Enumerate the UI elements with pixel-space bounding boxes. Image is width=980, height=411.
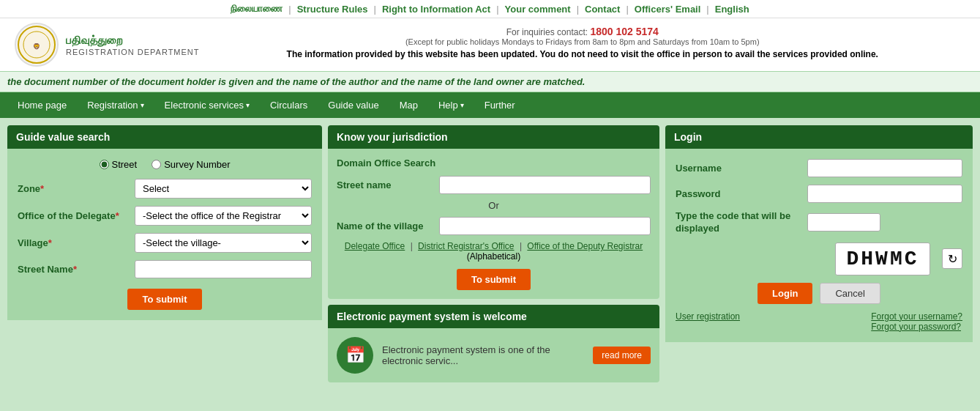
payment-description: Electronic payment system is one of the …	[382, 344, 584, 366]
domain-search-label: Domain Office Search	[337, 158, 651, 169]
nav-english[interactable]: English	[715, 4, 749, 15]
guide-value-card: Guide value search Street Survey Number …	[7, 125, 322, 382]
village-label: Village*	[18, 237, 135, 248]
password-label: Password	[676, 188, 807, 199]
site-notice: The information provided by this website…	[200, 49, 965, 59]
guide-value-body: Street Survey Number Zone* Select Office…	[7, 149, 322, 320]
jurisdiction-card: Know your jurisdiction Domain Office Sea…	[328, 125, 659, 299]
street-name-input[interactable]	[135, 260, 312, 278]
nav-circulars[interactable]: Circulars	[260, 92, 318, 118]
radio-street[interactable]	[100, 160, 109, 169]
logo-emblem: 🦁	[15, 23, 59, 67]
submit-btn-container: To submit	[18, 289, 312, 310]
sep4: |	[577, 4, 579, 15]
sep2: |	[374, 4, 376, 15]
delegate-row: Office of the Delegate* -Select the offi…	[18, 206, 312, 226]
nav-home[interactable]: Home page	[7, 92, 77, 118]
zone-select[interactable]: Select	[135, 179, 312, 199]
jur-village-label: Name of the village	[337, 221, 439, 232]
delegate-office-link[interactable]: Delegate Office	[345, 241, 405, 251]
zone-row: Zone* Select	[18, 179, 312, 199]
header-info: For inquiries contact: 1800 102 5174 (Ex…	[200, 23, 965, 59]
nav-further[interactable]: Further	[474, 92, 525, 118]
village-select[interactable]: -Select the village-	[135, 233, 312, 253]
login-buttons: Login Cancel	[676, 283, 962, 304]
sep3: |	[496, 4, 498, 15]
nav-rti[interactable]: Right to Information Act	[382, 4, 490, 15]
login-header: Login	[665, 125, 973, 149]
chevron-down-icon: ▾	[246, 101, 250, 109]
refresh-captcha-button[interactable]: ↻	[942, 248, 962, 269]
required-marker: *	[40, 183, 44, 194]
forgot-username-link[interactable]: Forgot your username?	[871, 311, 962, 322]
district-registrar-link[interactable]: District Registrar's Office	[418, 241, 514, 251]
jur-street-label: Street name	[337, 179, 439, 190]
nav-guide-value[interactable]: Guide value	[318, 92, 389, 118]
user-registration-link[interactable]: User registration	[676, 311, 740, 332]
guide-submit-button[interactable]: To submit	[127, 289, 201, 310]
captcha-label: Type the code that will be displayed	[676, 210, 807, 235]
main-content: Guide value search Street Survey Number …	[0, 118, 980, 390]
inquiry-label: For inquiries contact:	[506, 27, 588, 37]
nav-registration[interactable]: Registration ▾	[77, 92, 154, 118]
logo-title: பதிவுத்துறை	[66, 33, 200, 48]
jur-submit-container: To submit	[337, 269, 651, 290]
login-body: Username Password Type the code that wil…	[665, 149, 973, 342]
delegate-select[interactable]: -Select the office of the Registrar	[135, 206, 312, 226]
jur-village-input[interactable]	[439, 217, 651, 235]
chevron-down-icon: ▾	[141, 101, 144, 109]
nav-structure-rules[interactable]: Structure Rules	[297, 4, 368, 15]
jur-street-input[interactable]	[439, 176, 651, 194]
read-more-button[interactable]: read more	[593, 347, 651, 364]
forgot-password-link[interactable]: Forgot your password?	[871, 322, 961, 332]
chevron-down-icon: ▾	[460, 101, 464, 109]
logo-subtitle: REGISTRATION DEPARTMENT	[66, 48, 200, 56]
jur-links: Delegate Office | District Registrar's O…	[337, 241, 651, 262]
office-hours: (Except for public holidays Mondays to F…	[200, 37, 965, 46]
or-divider: Or	[337, 200, 651, 211]
login-button[interactable]: Login	[758, 283, 812, 304]
jur-submit-button[interactable]: To submit	[457, 269, 531, 290]
nav-officers-email[interactable]: Officers' Email	[635, 4, 701, 15]
cancel-button[interactable]: Cancel	[820, 283, 880, 304]
username-label: Username	[676, 163, 807, 174]
username-input[interactable]	[807, 159, 962, 177]
scrolling-banner: the document number of the document hold…	[0, 71, 980, 92]
nav-electronic-services[interactable]: Electronic services ▾	[154, 92, 260, 118]
radio-survey-label[interactable]: Survey Number	[152, 159, 230, 170]
nav-help[interactable]: Help ▾	[428, 92, 474, 118]
zone-label: Zone*	[18, 183, 135, 194]
password-input[interactable]	[807, 185, 962, 203]
required-marker: *	[73, 264, 77, 275]
radio-street-label[interactable]: Street	[100, 159, 138, 170]
nav-nilayaanai[interactable]: நிலையாணை	[231, 3, 283, 15]
top-navigation: நிலையாணை | Structure Rules | Right to In…	[0, 0, 980, 18]
sep6: |	[706, 4, 708, 15]
nav-your-comment[interactable]: Your comment	[505, 4, 571, 15]
payment-card: Electronic payment system is welcome 📅 E…	[328, 305, 659, 382]
guide-value-header: Guide value search	[7, 125, 322, 149]
street-name-row: Street Name*	[18, 260, 312, 278]
deputy-registrar-link[interactable]: Office of the Deputy Registrar	[527, 241, 643, 251]
link-sep2: |	[520, 241, 522, 251]
captcha-display-row: DHWMC ↻	[676, 242, 962, 275]
captcha-row: Type the code that will be displayed	[676, 210, 962, 235]
password-row: Password	[676, 185, 962, 203]
logo-section: 🦁 பதிவுத்துறை REGISTRATION DEPARTMENT	[15, 23, 200, 67]
username-row: Username	[676, 159, 962, 177]
notice-text: The information provided by this website…	[287, 49, 878, 59]
jur-street-row: Street name	[337, 176, 651, 194]
nav-contact[interactable]: Contact	[585, 4, 620, 15]
nav-map[interactable]: Map	[389, 92, 428, 118]
payment-icon: 📅	[337, 337, 373, 374]
radio-survey[interactable]	[152, 160, 161, 169]
forgot-links: Forgot your username? Forgot your passwo…	[871, 311, 962, 332]
jurisdiction-header: Know your jurisdiction	[328, 125, 659, 149]
captcha-image: DHWMC	[835, 242, 930, 275]
main-navigation: Home page Registration ▾ Electronic serv…	[0, 92, 980, 118]
login-footer: User registration Forgot your username? …	[676, 311, 962, 332]
required-marker: *	[48, 237, 52, 248]
deputy-registrar-sub: (Alphabetical)	[467, 251, 520, 262]
village-row: Village* -Select the village-	[18, 233, 312, 253]
captcha-input[interactable]	[807, 213, 880, 232]
